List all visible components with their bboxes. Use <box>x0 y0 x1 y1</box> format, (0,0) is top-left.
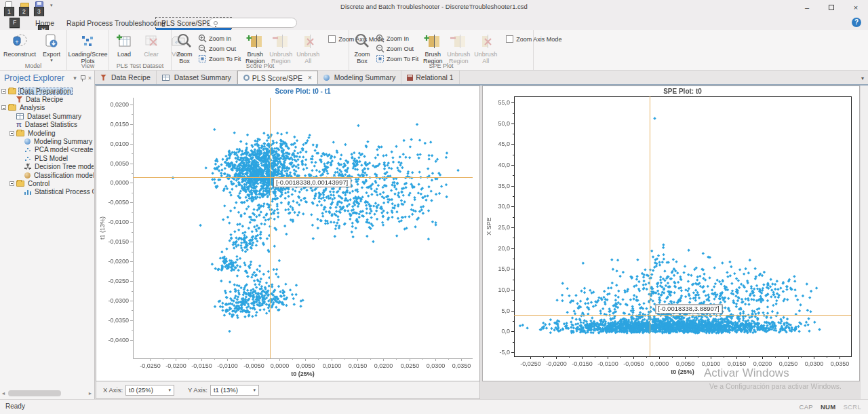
spe-zoom-out-button[interactable]: Zoom Out <box>374 43 420 54</box>
score-plot-canvas[interactable] <box>96 86 479 381</box>
folder-icon <box>16 181 24 187</box>
score-unbrush-region-button[interactable]: Unbrush Region <box>267 31 294 67</box>
tree-item-data-recipe[interactable]: Data Recipe <box>1 95 94 103</box>
activate-windows-watermark: Activar Windows <box>704 366 789 380</box>
y-axis-select[interactable]: t1 (13%) ▾ <box>210 385 259 396</box>
tree-item-decision-tree-model[interactable]: Decision Tree model < <box>1 163 94 171</box>
svg-text:+: + <box>15 39 18 45</box>
spe-plot-canvas[interactable] <box>483 86 859 381</box>
folder-icon <box>16 130 24 136</box>
x-axis-select[interactable]: t0 (25%) ▾ <box>125 385 174 396</box>
tab-list-dropdown-icon[interactable]: ▾ <box>861 75 868 84</box>
explorer-horizontal-scrollbar[interactable]: ◄ ► <box>0 389 94 398</box>
loading-scree-plots-button[interactable]: Loading/Scree Plots <box>68 31 107 67</box>
score-plot-panel[interactable] <box>96 86 480 381</box>
score-zoom-out-button[interactable]: Zoom Out <box>196 43 243 54</box>
load-test-dataset-button[interactable]: Load <box>111 31 138 59</box>
title-bar: 1 2 3 ▾ Discrete and Batch Troubleshoote… <box>0 0 868 16</box>
doc-tab-data-recipe[interactable]: Data Recipe <box>95 71 157 84</box>
tree-item-dataset-summary[interactable]: Dataset Summary <box>1 112 94 120</box>
collapse-icon[interactable] <box>1 105 6 110</box>
score-brush-region-button[interactable]: Brush Region <box>243 31 267 67</box>
unbrush-region-icon <box>450 33 467 50</box>
table-icon <box>16 113 24 119</box>
vertical-scrollbar[interactable] <box>860 86 868 399</box>
clear-test-dataset-button[interactable]: Clear <box>138 31 165 59</box>
pin-icon[interactable] <box>80 75 85 81</box>
doc-tab-modeling-summary[interactable]: Modeling Summary <box>318 71 401 84</box>
tree-item-modeling-summary[interactable]: Modeling Summary <box>1 137 94 145</box>
unbrush-all-icon <box>477 33 494 50</box>
sphere-icon <box>323 75 330 81</box>
export-icon <box>44 33 59 50</box>
reconstruct-button[interactable]: + Reconstruct <box>1 31 38 59</box>
score-unbrush-all-button[interactable]: Unbrush All <box>294 31 321 67</box>
spe-plot-panel[interactable] <box>482 86 860 381</box>
gear-icon <box>243 75 250 81</box>
score-zoom-axis-mode-checkbox[interactable] <box>328 35 336 43</box>
minimize-button[interactable]: – <box>795 0 819 15</box>
loading-scree-icon <box>80 33 96 50</box>
group-label-spe-plot: SPE Plot <box>349 62 533 69</box>
status-text: Ready <box>5 402 25 410</box>
project-explorer-panel: Project Explorer ▾ × Data Preparation Da… <box>0 71 95 399</box>
ribbon-group-view: Loading/Scree Plots View <box>67 30 109 70</box>
ribbon-group-model: + Reconstruct Export ▾ Model <box>0 30 67 70</box>
tab-close-icon[interactable]: × <box>308 74 312 81</box>
panel-menu-icon[interactable]: ▾ <box>73 75 77 81</box>
zoom-box-icon <box>353 33 371 50</box>
file-menu-keytip[interactable]: F <box>9 18 20 28</box>
tree-item-modeling[interactable]: Modeling <box>1 129 94 137</box>
clear-dataset-icon <box>143 33 159 50</box>
close-button[interactable]: × <box>844 0 868 15</box>
tree-item-dataset-statistics[interactable]: π Dataset Statistics <box>1 121 94 129</box>
scrollbar-thumb[interactable] <box>8 390 61 396</box>
score-zoom-in-button[interactable]: Zoom In <box>196 33 243 43</box>
chevron-down-icon: ▾ <box>169 388 172 393</box>
tree-item-control[interactable]: Control <box>1 179 94 187</box>
scroll-right-icon[interactable]: ► <box>87 391 94 396</box>
load-dataset-icon <box>116 33 132 50</box>
tree-item-pls-model[interactable]: PLS Model <box>1 154 94 162</box>
spe-zoom-in-button[interactable]: Zoom In <box>374 33 420 43</box>
zoom-out-icon <box>376 44 384 53</box>
zoom-out-icon <box>198 44 207 53</box>
scroll-left-icon[interactable]: ◄ <box>0 391 7 396</box>
spc-icon <box>24 189 31 195</box>
y-axis-label: Y Axis: <box>188 386 208 394</box>
tree-item-analysis[interactable]: Analysis <box>1 104 94 112</box>
panel-close-icon[interactable]: × <box>88 75 92 81</box>
ribbon: + Reconstruct Export ▾ Model Loading/Scr… <box>0 30 868 71</box>
table-icon <box>162 75 170 81</box>
collapse-icon[interactable] <box>9 181 14 186</box>
score-zoom-small-buttons: Zoom In Zoom Out Zoom To Fit <box>196 31 243 64</box>
scatter-icon <box>24 147 31 153</box>
tree-item-pca-model[interactable]: PCA model <create...> <box>1 146 94 154</box>
doc-tab-pls-score-spe[interactable]: PLS Score/SPE × <box>237 71 318 84</box>
plot-content-area: X Axis: t0 (25%) ▾ Y Axis: t1 (13%) ▾ <box>95 86 868 399</box>
restore-button[interactable] <box>819 0 844 15</box>
tree-item-statistical-process-control[interactable]: Statistical Process Con <box>1 188 94 196</box>
spe-brush-region-button[interactable]: Brush Region <box>420 31 445 67</box>
score-zoom-box-button[interactable]: Zoom Box <box>173 31 196 67</box>
spe-unbrush-region-button[interactable]: Unbrush Region <box>445 31 472 67</box>
spe-zoom-box-button[interactable]: Zoom Box <box>351 31 374 67</box>
doc-tab-relational-1[interactable]: Relational 1 <box>401 71 459 84</box>
tell-me-search-input[interactable] <box>209 18 297 28</box>
collapse-icon[interactable] <box>1 89 6 94</box>
spe-unbrush-all-button[interactable]: Unbrush All <box>472 31 499 67</box>
export-button[interactable]: Export ▾ <box>38 31 65 64</box>
tree-item-classification-model[interactable]: Classification model < <box>1 171 94 179</box>
group-label-view: View <box>67 62 108 69</box>
help-button[interactable]: ? <box>852 18 861 27</box>
keyboard-indicators: CAP NUM SCRL <box>800 403 861 411</box>
spe-zoom-axis-mode-checkbox[interactable] <box>506 35 513 43</box>
document-tab-bar: Data Recipe Dataset Summary PLS Score/SP… <box>95 71 868 86</box>
scatter-icon <box>24 155 31 162</box>
collapse-icon[interactable] <box>9 131 14 136</box>
axis-controls-bar: X Axis: t0 (25%) ▾ Y Axis: t1 (13%) ▾ <box>96 381 480 399</box>
tree-item-data-preparation[interactable]: Data Preparation <box>1 87 94 95</box>
ribbon-group-score-plot: Zoom Box Zoom In Zoom Out Zoom To Fit <box>172 30 349 70</box>
doc-tab-dataset-summary[interactable]: Dataset Summary <box>157 71 237 84</box>
zoom-box-icon <box>176 33 193 50</box>
